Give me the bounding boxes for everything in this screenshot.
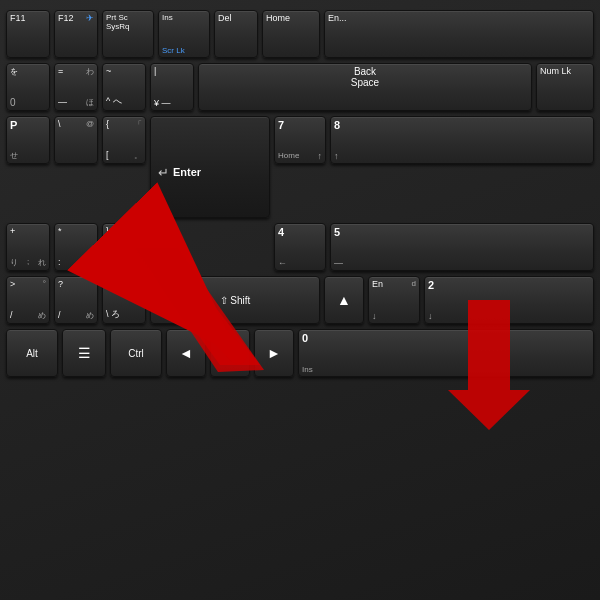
numlk-label: Num Lk	[540, 66, 571, 76]
plus-semi: ;	[27, 257, 29, 268]
wo-main: 0	[10, 97, 16, 108]
rbracket-kana: 」	[134, 226, 142, 237]
left-arrow-label: ◄	[179, 345, 193, 361]
key-f12[interactable]: F12 ✈	[54, 10, 98, 58]
key-up-arrow[interactable]: ▲	[324, 276, 364, 324]
key-down-arrow[interactable]: ▼	[210, 329, 250, 377]
wa-minus: —	[58, 97, 67, 108]
num5-dash: —	[334, 258, 343, 268]
wa-top: =	[58, 66, 63, 77]
key-backslash[interactable]: — \ ろ	[102, 276, 146, 324]
gt-me: め	[38, 310, 46, 321]
key-5[interactable]: 5 —	[330, 223, 594, 271]
f11-label: F11	[10, 13, 26, 23]
num5-label: 5	[334, 226, 340, 238]
key-end[interactable]: En d ↓	[368, 276, 420, 324]
num7-label: 7	[278, 119, 284, 131]
num2-label: 2	[428, 279, 434, 291]
key-backspace[interactable]: BackSpace	[198, 63, 532, 111]
row-function: F11 F12 ✈ Prt ScSysRq	[6, 10, 594, 58]
num0-ins: Ins	[302, 365, 313, 374]
num4-arrow: ←	[278, 258, 287, 268]
key-7[interactable]: 7 Home ↑	[274, 116, 326, 164]
key-rbracket[interactable]: } 」 ] む	[102, 223, 146, 271]
row-3: P せ \ @ {	[6, 116, 594, 218]
plus-kana: り	[10, 257, 18, 268]
key-tilde[interactable]: ~ ^ へ	[102, 63, 146, 111]
key-ctrl[interactable]: Ctrl	[110, 329, 162, 377]
f12-label: F12	[58, 13, 74, 23]
f12-icon: ✈	[86, 13, 94, 23]
del-label: Del	[218, 13, 232, 23]
scrlk-label: Scr Lk	[162, 46, 185, 55]
enter-label: Enter	[173, 166, 201, 178]
star-kana: は	[86, 257, 94, 268]
key-yen[interactable]: | ¥ —	[150, 63, 194, 111]
row-5: > ° / め ? / め	[6, 276, 594, 324]
yen-top: |	[154, 66, 156, 76]
key-lbracket[interactable]: { 「 [ 。	[102, 116, 146, 164]
ctrl-label: Ctrl	[128, 348, 144, 359]
key-2[interactable]: 2 ↓	[424, 276, 594, 324]
keyboard: F11 F12 ✈ Prt ScSysRq	[0, 0, 600, 600]
bs-bot: \ ろ	[106, 308, 120, 321]
key-0-ins[interactable]: 0 Ins	[298, 329, 594, 377]
gt-top: >	[10, 279, 15, 289]
key-shift-right[interactable]: ⇧ Shift	[150, 276, 320, 324]
lbracket-bot: [	[106, 150, 109, 161]
alt-label: Alt	[26, 348, 38, 359]
right-arrow-label: ►	[267, 345, 281, 361]
key-wo[interactable]: を 0	[6, 63, 50, 111]
key-plus[interactable]: + り ; れ	[6, 223, 50, 271]
key-star[interactable]: * : は	[54, 223, 98, 271]
menu-icon: ☰	[78, 345, 91, 361]
end-label: En	[372, 279, 383, 289]
tilde-top: ~	[106, 66, 111, 76]
q-top: ?	[58, 279, 63, 289]
rbracket-top: }	[106, 226, 109, 237]
key-wa[interactable]: = わ — ほ	[54, 63, 98, 111]
bs-top: —	[106, 279, 115, 289]
key-question[interactable]: ? / め	[54, 276, 98, 324]
key-at[interactable]: \ @	[54, 116, 98, 164]
key-menu[interactable]: ☰	[62, 329, 106, 377]
key-p[interactable]: P せ	[6, 116, 50, 164]
p-kana: せ	[10, 150, 18, 161]
key-left-arrow[interactable]: ◄	[166, 329, 206, 377]
key-enter[interactable]: ↵ Enter	[150, 116, 270, 218]
key-4[interactable]: 4 ←	[274, 223, 326, 271]
row-4: + り ; れ * : は	[6, 223, 594, 271]
ins-label: Ins	[162, 13, 173, 22]
key-alt[interactable]: Alt	[6, 329, 58, 377]
q-bot: /	[58, 310, 61, 321]
down-arrow-label: ▼	[223, 345, 237, 361]
key-gt[interactable]: > ° / め	[6, 276, 50, 324]
key-8[interactable]: 8 ↑	[330, 116, 594, 164]
row-2: を 0 = わ — ほ	[6, 63, 594, 111]
key-numlk[interactable]: Num Lk	[536, 63, 594, 111]
lbracket-kana: 「	[134, 119, 142, 130]
prtsc-label: Prt ScSysRq	[106, 13, 130, 31]
key-end-partial[interactable]: En...	[324, 10, 594, 58]
key-prtsc[interactable]: Prt ScSysRq	[102, 10, 154, 58]
row-6: Alt ☰ Ctrl ◄ ▼	[6, 329, 594, 377]
p-label: P	[10, 119, 17, 131]
end-partial-label: En...	[328, 13, 347, 23]
yen-bot: ¥ —	[154, 98, 171, 108]
key-f11[interactable]: F11	[6, 10, 50, 58]
star-top: *	[58, 226, 62, 236]
num8-label: 8	[334, 119, 340, 131]
key-ins-scrlk[interactable]: Ins Scr Lk	[158, 10, 210, 58]
key-del[interactable]: Del	[214, 10, 258, 58]
at-label: @	[86, 119, 94, 129]
key-right-arrow[interactable]: ►	[254, 329, 294, 377]
gt-kana: °	[43, 279, 46, 289]
rbracket-mu: む	[134, 257, 142, 268]
wa-ho: ほ	[86, 97, 94, 108]
plus-top: +	[10, 226, 15, 236]
lbracket-kana2: 。	[134, 150, 142, 161]
home-top-label: Home	[266, 13, 290, 23]
key-home-top[interactable]: Home	[262, 10, 320, 58]
wa-sub: わ	[86, 66, 94, 77]
gt-slash: /	[10, 310, 13, 321]
